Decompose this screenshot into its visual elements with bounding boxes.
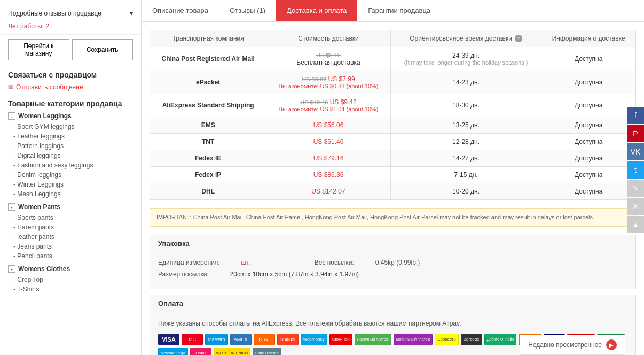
payment-icon: Свяжной — [329, 334, 352, 345]
delivery-days: 13-25 дн. — [396, 121, 536, 129]
payment-icon: VISA — [158, 334, 179, 345]
price-cell: US $142.07 — [266, 183, 390, 200]
delivery-days: 14-27 дн. — [396, 155, 536, 162]
category-item[interactable]: - Sport GYM leggings — [13, 122, 133, 132]
company-cell: DHL — [150, 183, 266, 200]
pkg-size-label: Размер посылки: — [158, 271, 209, 278]
payment-icon: MC — [182, 334, 203, 345]
payment-icon: Наличный платёж — [355, 334, 391, 345]
pkg-weight-label: Вес посылки: — [315, 259, 354, 266]
delivery-days: 18-30 дн. — [396, 102, 536, 109]
sidebar-reviews-section[interactable]: Подробные отзывы о продавце ▾ — [0, 5, 141, 20]
price-save: Вы экономите: US $0.88 (about 10%) — [272, 83, 384, 89]
category-group-header[interactable]: -Women Leggings — [8, 112, 133, 120]
category-item[interactable]: - Denim leggings — [13, 170, 133, 180]
price-cell: US $8.87 US $7.99Вы экономите: US $0.88 … — [266, 71, 390, 94]
status-cell: Доступна — [541, 167, 636, 183]
price-new: US $56.06 — [313, 121, 344, 129]
pkg-unit-value: шт. — [241, 259, 250, 266]
pkg-size-row: Размер посылки: 20cm x 10cm x 5cm (7.87i… — [158, 271, 627, 278]
sidebar-contact: Связаться с продавцом ✉ Отправить сообще… — [0, 65, 141, 94]
table-row: DHLUS $142.0710-20 дн.Доступна — [150, 183, 636, 200]
category-groups: -Women Leggings- Sport GYM leggings- Lea… — [8, 112, 133, 294]
company-cell: TNT — [150, 134, 266, 150]
scroll-up-button[interactable]: ▲ — [627, 216, 644, 233]
send-message-button[interactable]: ✉ Отправить сообщение — [8, 83, 133, 91]
price-old: US $8.19 — [316, 52, 341, 58]
delivery-time-cell: 14-27 дн. — [390, 150, 541, 167]
delivery-time-info-icon[interactable]: ? — [515, 35, 522, 42]
delivery-time-cell: 14-23 дн. — [390, 71, 541, 94]
category-item[interactable]: - Leather leggings — [13, 132, 133, 141]
vk-button[interactable]: VK — [627, 143, 644, 160]
company-cell: Fedex IE — [150, 150, 266, 167]
tab-guarantees[interactable]: Гарантии продавца — [357, 0, 441, 21]
payment-text: Ниже указаны способы оплаты на AliExpres… — [158, 319, 627, 328]
company-cell: ePacket — [150, 71, 266, 94]
save-button[interactable]: Сохранить — [72, 39, 133, 60]
packaging-header: Упаковка — [150, 235, 635, 252]
facebook-button[interactable]: f — [627, 107, 644, 124]
close-button[interactable]: ✕ — [627, 198, 644, 215]
price-save: Вы экономите: US $1.04 (about 10%) — [272, 106, 384, 112]
price-new: US $142.07 — [311, 188, 345, 195]
delivery-days: 24-39 дн. — [396, 52, 536, 59]
contact-title: Связаться с продавцом — [8, 71, 133, 79]
category-item[interactable]: - Pattern leggings — [13, 141, 133, 151]
col-delivery-time: Ориентировочное время доставки ? — [390, 30, 541, 47]
sidebar-categories: Товарные категории продавца -Women Leggi… — [0, 94, 141, 304]
payment-icon: WESTERN UNION — [214, 348, 251, 356]
price-old: US $10.46 — [300, 99, 328, 105]
category-item[interactable]: - T-Shirts — [13, 284, 133, 294]
years-value: 2 . — [44, 22, 53, 30]
category-item[interactable]: - Digital leggings — [13, 151, 133, 160]
cat-collapse-icon: - — [8, 265, 15, 273]
category-group-header[interactable]: -Women Pants — [8, 203, 133, 211]
shipping-table: Транспортная компания Стоимость доставки… — [150, 30, 636, 200]
recently-viewed-label: Недавно просмотренное — [528, 341, 602, 349]
recently-viewed-bar[interactable]: Недавно просмотренное ▶ — [520, 335, 625, 355]
delivery-time-cell: 10-20 дн. — [390, 183, 541, 200]
category-group-header[interactable]: -Womens Clothes — [8, 265, 133, 273]
price-cell: US $61.46 — [266, 134, 390, 150]
payment-icon: AMEX — [230, 334, 252, 345]
payment-icon: Мобильный платёж — [394, 334, 433, 345]
col-company: Транспортная компания — [150, 30, 266, 47]
status-cell: Доступна — [541, 183, 636, 200]
pinterest-button[interactable]: P — [627, 125, 644, 142]
category-item[interactable]: - Crop Top — [13, 275, 133, 284]
status-cell: Доступна — [541, 134, 636, 150]
tab-reviews[interactable]: Отзывы (1) — [219, 0, 276, 21]
tab-description[interactable]: Описание товара — [142, 0, 219, 21]
message-label: Отправить сообщение — [16, 83, 83, 91]
category-item[interactable]: - Pencil pants — [13, 251, 133, 261]
twitter-button[interactable]: t — [627, 161, 644, 179]
table-row: Fedex IEUS $79.1614-27 дн.Доступна — [150, 150, 636, 167]
company-cell: Fedex IP — [150, 167, 266, 183]
table-row: ePacketUS $8.87 US $7.99Вы экономите: US… — [150, 71, 636, 94]
category-item[interactable]: - Fashion and sexy leggings — [13, 160, 133, 170]
category-item[interactable]: - Mesh Leggings — [13, 189, 133, 199]
cat-group-label: Womens Clothes — [18, 265, 70, 273]
category-item[interactable]: - Harem pants — [13, 222, 133, 232]
price-cell: US $56.06 — [266, 117, 390, 134]
shipping-warning: IMPORTANT: China Post Air Mail, China Po… — [150, 208, 636, 227]
tabs-bar: Описание товара Отзывы (1) Доставка и оп… — [142, 0, 644, 22]
price-cell: US $79.16 — [266, 150, 390, 167]
pkg-size-value: 20cm x 10cm x 5cm (7.87in x 3.94in x 1.9… — [230, 271, 359, 278]
goto-store-button[interactable]: Перейти к магазину — [8, 39, 69, 60]
price-new: US $61.46 — [313, 138, 344, 145]
category-item[interactable]: - Winter Leggings — [13, 180, 133, 189]
reviews-label: Подробные отзывы о продавце — [8, 10, 101, 17]
company-cell: EMS — [150, 117, 266, 134]
category-item[interactable]: - leather pants — [13, 232, 133, 242]
edit-button[interactable]: ✎ — [627, 180, 644, 197]
category-item[interactable]: - Sports pants — [13, 213, 133, 222]
sidebar-buttons: Перейти к магазину Сохранить — [0, 35, 141, 65]
tab-shipping[interactable]: Доставка и оплата — [276, 0, 357, 21]
payment-icon: Doku — [190, 348, 211, 356]
col-cost: Стоимость доставки — [266, 30, 390, 47]
cat-collapse-icon: - — [8, 112, 15, 120]
packaging-body: Единица измерения: шт. Вес посылки: 0.45… — [150, 252, 635, 289]
category-item[interactable]: - Jeans pants — [13, 242, 133, 251]
